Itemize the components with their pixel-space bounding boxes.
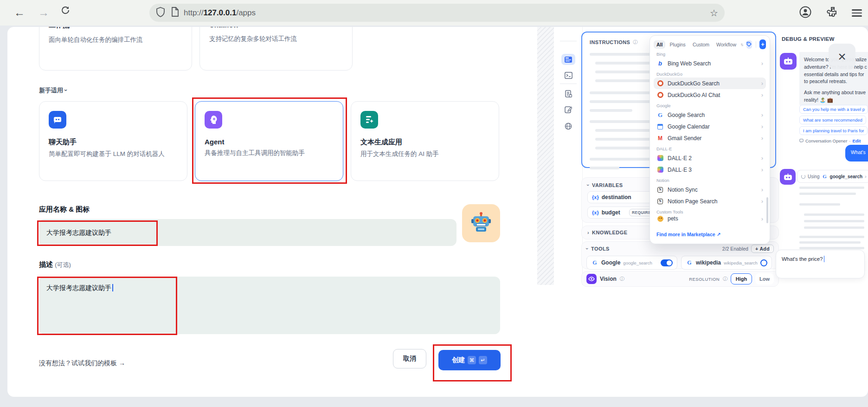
url-bar[interactable]: http://127.0.0.1/apps ☆ [149,4,725,22]
edit-note-icon[interactable] [561,104,575,115]
chevron-right-icon: › [761,166,763,173]
duckduckgo-icon [656,80,664,87]
google-calendar-icon [656,123,664,130]
tool-item[interactable]: M Gmail Sender› [654,132,766,144]
chevron-down-icon: › [62,89,69,91]
robot-avatar-icon [470,212,492,235]
dalle-icon [656,166,664,174]
instructions-title: INSTRUCTIONS [590,39,630,45]
account-icon[interactable] [799,6,812,21]
tool-toggle[interactable] [661,259,673,266]
create-button[interactable]: 创建 ⌘ ↵ [438,350,501,370]
tool-item[interactable]: DuckDuckGo AI Chat› [654,89,766,101]
text-caret [112,284,113,291]
add-tool-plus-button[interactable]: + [759,39,766,49]
workflow-card[interactable]: 工作流 面向单轮自动化任务的编排工作流 [39,27,192,71]
orchestrate-tab-icon[interactable] [561,54,575,65]
tool-item[interactable]: N Notion Page Search› [654,195,766,207]
tool-item[interactable]: G Google Search› [654,109,766,121]
tool-card-wikipedia[interactable]: G wikipedia wikipedia_search [681,256,772,270]
google-icon: G [822,174,828,179]
document-icon[interactable] [561,88,575,99]
tool-card-google[interactable]: G Google google_search [586,256,677,270]
tool-usage-status[interactable]: Using G google_search › [797,170,868,183]
chat-input[interactable]: What's the price? [776,250,865,278]
user-message-bubble: What's [845,145,868,162]
sort-icon[interactable]: ↑↓ [740,42,743,47]
close-modal-button[interactable]: × [829,44,855,70]
globe-icon[interactable] [561,121,575,132]
wikipedia-icon: G [686,259,693,266]
app-type-desc: 简单配置即可构建基于 LLM 的对话机器人 [49,149,178,159]
variable-icon: {x} [592,194,599,200]
tool-item[interactable]: N Notion Sync› [654,184,766,195]
chevron-down-icon[interactable]: › [585,184,591,186]
tool-item[interactable]: b Bing Web Search› [654,58,766,69]
suggested-question-chip[interactable]: Can you help me with a travel p [799,105,868,114]
vision-label: Vision [600,276,617,282]
marketplace-link[interactable]: Find more in Marketplace ↗ [654,229,766,240]
add-tool-button[interactable]: + Add [751,245,774,253]
chat-assistant-icon [49,111,66,129]
text-generation-icon [360,111,378,129]
tab-workflow[interactable]: Workflow [714,40,739,49]
tab-plugins[interactable]: Plugins [667,40,688,49]
scrollbar[interactable] [766,197,768,223]
reload-icon[interactable] [60,5,71,18]
chatflow-card[interactable]: Chatflow 支持记忆的复杂多轮对话工作流 [199,27,353,71]
gmail-icon: M [656,135,664,142]
bookmark-star-icon[interactable]: ☆ [710,7,718,19]
suggested-question-chip[interactable]: What are some recommended [799,116,866,124]
tag-filter-icon[interactable] [746,40,752,49]
tool-item[interactable]: DALL·E 2› [654,152,766,164]
chevron-right-icon: › [865,174,866,179]
info-icon: ⓘ [620,276,624,282]
beginner-section-toggle[interactable]: 新手适用 › [39,86,67,95]
chevron-down-icon[interactable]: › [585,248,590,250]
suggested-question-chip[interactable]: I am planning travel to Paris for [799,126,868,135]
tools-dropdown: All Plugins Custom Workflow ↑↓ + Bing b … [649,35,770,244]
menu-icon[interactable] [852,7,862,19]
app-type-title: Agent [205,138,334,146]
app-type-chat-card[interactable]: 聊天助手 简单配置即可构建基于 LLM 的对话机器人 [39,101,187,181]
app-type-desc: 用于文本生成任务的 AI 助手 [360,149,489,159]
back-icon[interactable]: ← [14,6,25,19]
enter-key-icon: ↵ [479,356,487,364]
app-type-agent-card[interactable]: Agent 具备推理与自主工具调用的智能助手 [195,101,343,181]
app-icon-picker[interactable] [462,204,500,242]
tool-item[interactable]: DALL·E 3› [654,164,766,175]
edit-opener-link[interactable]: Edit [852,138,861,143]
tool-item[interactable]: pets› [654,215,766,222]
cancel-button[interactable]: 取消 [393,349,426,368]
chatflow-card-desc: 支持记忆的复杂多轮对话工作流 [209,34,343,44]
info-icon: ⓘ [723,276,727,282]
description-textarea[interactable]: 大学报考志愿建议助手 [39,277,500,334]
canvas-stripe-background [537,27,554,285]
resolution-low-button[interactable]: Low [755,273,774,284]
template-hint-link[interactable]: 没有想法？试试我们的模板 → [39,359,125,368]
divider [756,41,756,48]
forward-icon[interactable]: → [38,6,49,19]
debug-preview-panel: DEBUG & PREVIEW Welcome to your personal… [776,27,868,333]
resolution-high-button[interactable]: High [731,273,752,284]
left-icon-rail [554,27,583,285]
chevron-right-icon: › [761,60,763,67]
agent-icon [205,111,222,129]
shield-icon [156,7,165,19]
tool-item[interactable]: DuckDuckGo Search› [654,78,766,89]
app-type-textgen-card[interactable]: 文本生成应用 用于文本生成任务的 AI 助手 [351,101,499,181]
tab-custom[interactable]: Custom [690,40,712,49]
tools-enabled-count: 2/2 Enabled [722,246,748,252]
variable-icon: {x} [592,210,599,215]
tool-toggle[interactable] [760,259,767,266]
app-name-input[interactable]: 大学报考志愿建议助手 [39,219,457,246]
page-icon [171,7,179,19]
terminal-icon[interactable] [561,70,575,81]
extensions-puzzle-icon[interactable] [827,6,839,20]
notion-icon: N [656,198,664,205]
tool-item[interactable]: Google Calendar› [654,121,766,132]
tab-all[interactable]: All [654,40,665,49]
debug-preview-title: DEBUG & PREVIEW [782,36,835,42]
speech-bubble-icon [799,139,804,143]
dalle-icon [656,155,664,162]
